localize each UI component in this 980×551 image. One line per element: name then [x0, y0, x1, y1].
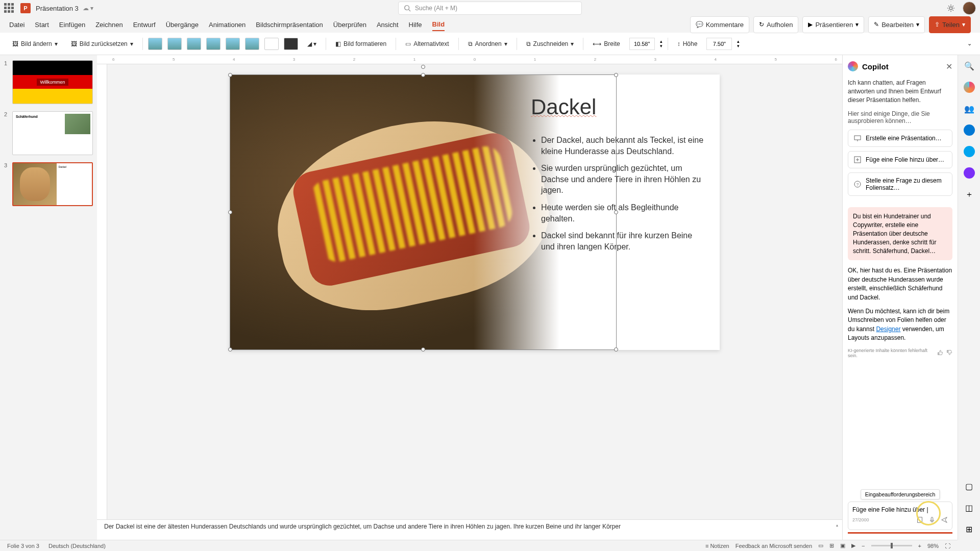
ribbon-collapse-icon[interactable]: ⌄: [967, 40, 972, 47]
tab-animationen[interactable]: Animationen: [209, 19, 246, 31]
copilot-input[interactable]: Füge eine Folie hinzu über | 27/2000: [848, 502, 952, 530]
tab-entwurf[interactable]: Entwurf: [133, 19, 156, 31]
copilot-suggestion-2[interactable]: Füge eine Folie hinzu über…: [848, 151, 952, 168]
rail-copilot-icon[interactable]: [964, 82, 975, 93]
view-reading-icon[interactable]: ▣: [840, 542, 845, 549]
comments-button[interactable]: 💬 Kommentare: [690, 16, 749, 33]
picture-style-8[interactable]: [284, 38, 298, 50]
picture-style-1[interactable]: [148, 38, 162, 50]
feedback-link[interactable]: Feedback an Microsoft senden: [736, 543, 812, 549]
zoom-out-button[interactable]: −: [862, 543, 865, 549]
copilot-suggestion-1[interactable]: Erstelle eine Präsentation…: [848, 130, 952, 147]
prompt-book-icon[interactable]: [916, 516, 923, 523]
height-input[interactable]: [706, 38, 732, 50]
tab-uebergaenge[interactable]: Übergänge: [166, 19, 199, 31]
speaker-notes[interactable]: Der Dackel ist eine der ältesten Hundera…: [97, 519, 842, 540]
picture-style-4[interactable]: [206, 38, 220, 50]
slide-thumbnail-3[interactable]: 3 Dackel: [4, 162, 93, 206]
share-button[interactable]: ⇪ Teilen ▾: [929, 16, 971, 33]
rotation-handle[interactable]: [421, 65, 425, 69]
height-stepper[interactable]: ▴▾: [737, 39, 740, 48]
app-launcher-icon[interactable]: [4, 3, 14, 13]
picture-style-2[interactable]: [167, 38, 182, 50]
resize-handle-tm[interactable]: [421, 73, 425, 77]
resize-handle-bm[interactable]: [421, 347, 425, 352]
resize-handle-mr[interactable]: [614, 210, 618, 214]
tab-bildschirmpraesentation[interactable]: Bildschirmpräsentation: [256, 19, 323, 31]
rail-app-2-icon[interactable]: [964, 146, 975, 157]
view-slideshow-icon[interactable]: ▶: [851, 542, 855, 549]
send-icon[interactable]: [941, 516, 948, 523]
picture-border-button[interactable]: ◢ ▾: [303, 38, 321, 49]
language-indicator[interactable]: Deutsch (Deutschland): [48, 543, 106, 549]
slide-thumbnail-2[interactable]: 2 Schäferhund: [4, 111, 93, 155]
zoom-level[interactable]: 98%: [927, 543, 939, 549]
rail-add-icon[interactable]: ＋: [964, 189, 975, 200]
rail-panel-3-icon[interactable]: ⊞: [964, 523, 975, 535]
width-input[interactable]: [629, 38, 655, 50]
edit-button[interactable]: ✎ Bearbeiten ▾: [868, 16, 925, 33]
crop-button[interactable]: ⧉ Zuschneiden ▾: [522, 38, 578, 49]
slide-canvas[interactable]: Dackel Der Dackel, auch bekannt als Teck…: [230, 74, 720, 350]
settings-icon[interactable]: [946, 4, 955, 13]
reset-image-button[interactable]: 🖼 Bild zurücksetzen ▾: [67, 38, 137, 49]
rail-app-3-icon[interactable]: [964, 167, 975, 179]
image-selection-box[interactable]: [230, 74, 617, 350]
copilot-close-button[interactable]: ✕: [946, 62, 952, 71]
tab-datei[interactable]: Datei: [9, 19, 24, 31]
tab-ueberpruefen[interactable]: Überprüfen: [333, 19, 366, 31]
thumbs-down-button[interactable]: [946, 349, 952, 357]
format-image-button[interactable]: ◧ Bild formatieren: [331, 38, 390, 49]
fit-to-window-icon[interactable]: ⛶: [945, 543, 950, 549]
width-label: ⟷ Breite: [589, 38, 624, 49]
alt-text-button[interactable]: ▭ Alternativtext: [401, 38, 453, 49]
copilot-suggestion-3[interactable]: ? Stelle eine Frage zu diesem Foliensatz…: [848, 172, 952, 196]
resize-handle-tr[interactable]: [614, 73, 618, 77]
catchup-button[interactable]: ↻ Aufholen: [753, 16, 798, 33]
copilot-input-tooltip: Eingabeaufforderungsbereich: [861, 489, 940, 499]
copilot-logo-icon: [848, 61, 858, 71]
svg-rect-11: [931, 517, 933, 521]
rail-app-1-icon[interactable]: [964, 124, 975, 136]
search-input[interactable]: Suche (Alt + M): [398, 2, 582, 15]
rail-people-icon[interactable]: 👥: [964, 103, 975, 114]
tab-start[interactable]: Start: [35, 19, 48, 31]
thumbs-up-button[interactable]: [937, 349, 943, 357]
rail-search-icon[interactable]: 🔍: [964, 60, 975, 71]
resize-handle-br[interactable]: [614, 347, 618, 352]
notes-scroll-up-icon[interactable]: ▴: [836, 523, 838, 528]
tab-hilfe[interactable]: Hilfe: [409, 19, 422, 31]
present-button[interactable]: ▶ Präsentieren ▾: [802, 16, 864, 33]
resize-handle-bl[interactable]: [228, 347, 232, 352]
resize-handle-ml[interactable]: [228, 210, 232, 214]
rail-panel-1-icon[interactable]: ▢: [964, 481, 975, 492]
slide-thumbnail-1[interactable]: 1 Willkommen: [4, 60, 93, 104]
copilot-user-message: Du bist ein Hundetrainer und Copywriter,…: [848, 207, 952, 260]
width-stepper[interactable]: ▴▾: [660, 39, 663, 48]
zoom-slider[interactable]: [871, 545, 912, 546]
picture-style-3[interactable]: [187, 38, 201, 50]
view-normal-icon[interactable]: ▭: [818, 542, 823, 549]
picture-style-6[interactable]: [245, 38, 259, 50]
copilot-title: Copilot: [862, 62, 889, 71]
cloud-saved-icon[interactable]: ☁ ▾: [83, 5, 93, 12]
document-title[interactable]: Präsentation 3: [36, 5, 79, 12]
change-image-button[interactable]: 🖼 Bild ändern ▾: [8, 38, 62, 49]
user-avatar[interactable]: [963, 2, 976, 15]
picture-style-5[interactable]: [226, 38, 240, 50]
designer-link[interactable]: Designer: [876, 325, 900, 333]
rail-panel-2-icon[interactable]: ◫: [964, 502, 975, 513]
microphone-icon[interactable]: [928, 516, 936, 523]
tab-bild[interactable]: Bild: [432, 18, 445, 31]
tab-ansicht[interactable]: Ansicht: [377, 19, 399, 31]
slide-counter[interactable]: Folie 3 von 3: [7, 543, 39, 549]
arrange-button[interactable]: ⧉ Anordnen ▾: [464, 38, 511, 49]
tab-einfuegen[interactable]: Einfügen: [59, 19, 85, 31]
add-slide-icon: [853, 156, 862, 164]
zoom-in-button[interactable]: +: [918, 543, 921, 549]
view-sorter-icon[interactable]: ⊞: [829, 542, 834, 549]
picture-style-7[interactable]: [264, 38, 279, 50]
resize-handle-tl[interactable]: [228, 73, 232, 77]
notes-toggle[interactable]: ≡ Notizen: [705, 543, 729, 549]
tab-zeichnen[interactable]: Zeichnen: [95, 19, 122, 31]
